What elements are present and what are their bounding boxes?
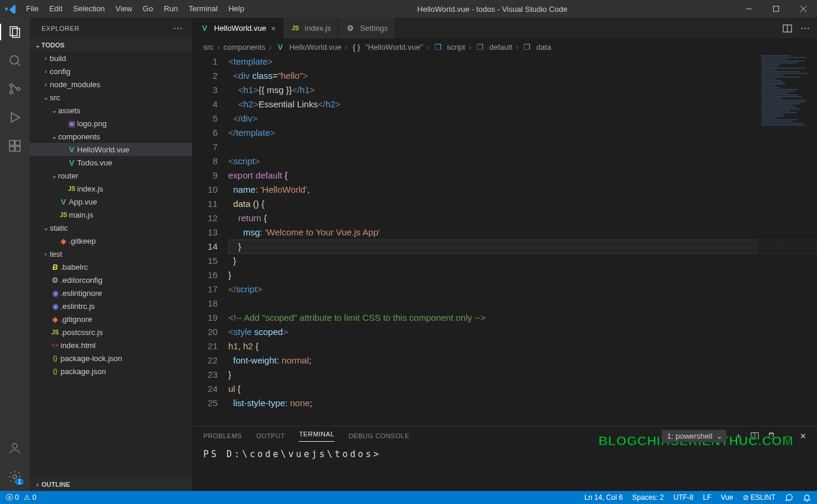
chevron-down-icon[interactable]: ⌄ <box>50 172 58 180</box>
chevron-down-icon[interactable]: ⌄ <box>42 224 50 232</box>
file--eslintignore[interactable]: ◉.eslintignore <box>30 286 192 299</box>
menu-go[interactable]: Go <box>138 0 158 18</box>
code-line[interactable] <box>228 296 817 311</box>
code-line[interactable]: } <box>228 368 817 382</box>
breadcrumb-item[interactable]: HelloWorld.vue <box>289 43 342 52</box>
code-editor[interactable]: 1234567891011121314151617181920212223242… <box>193 55 817 426</box>
code-line[interactable] <box>228 140 817 154</box>
chevron-right-icon[interactable]: › <box>42 81 50 88</box>
file-main-js[interactable]: JSmain.js <box>30 208 192 221</box>
search-icon[interactable] <box>7 52 23 69</box>
outline-section[interactable]: ›OUTLINE <box>30 478 192 491</box>
breadcrumb-item[interactable]: default <box>489 43 512 52</box>
menu-selection[interactable]: Selection <box>68 0 110 18</box>
code-line[interactable]: font-weight: normal; <box>228 353 817 368</box>
code-line[interactable]: <h1>{{ msg }}</h1> <box>228 83 817 97</box>
file--babelrc[interactable]: B.babelrc <box>30 260 192 273</box>
maximize-panel-icon[interactable]: ︿ <box>784 430 792 441</box>
file-package-json[interactable]: {}package.json <box>30 365 192 378</box>
code-line[interactable]: </div> <box>228 111 817 126</box>
code-line[interactable]: <script> <box>228 154 817 168</box>
code-line[interactable]: } <box>228 240 817 254</box>
menu-terminal[interactable]: Terminal <box>183 0 223 18</box>
code-line[interactable]: <template> <box>228 55 817 69</box>
status-indentation[interactable]: Spaces: 2 <box>632 493 663 502</box>
menu-edit[interactable]: Edit <box>44 0 68 18</box>
window-close-button[interactable] <box>790 0 817 18</box>
panel-tab-debug-console[interactable]: DEBUG CONSOLE <box>349 432 409 439</box>
code-line[interactable]: data () { <box>228 197 817 211</box>
accounts-icon[interactable] <box>7 440 23 457</box>
code-line[interactable]: msg: 'Welcome to Your Vue.js App' <box>228 225 817 240</box>
tab-index-js[interactable]: JSindex.js <box>283 18 339 39</box>
code-line[interactable]: h1, h2 { <box>228 339 817 353</box>
code-line[interactable]: <!-- Add "scoped" attribute to limit CSS… <box>228 311 817 325</box>
code-line[interactable]: list-style-type: none; <box>228 396 817 410</box>
new-terminal-icon[interactable]: ＋ <box>735 430 742 441</box>
tab-settings[interactable]: ⚙Settings <box>339 18 395 39</box>
code-line[interactable]: <div class="hello"> <box>228 69 817 83</box>
folder-router[interactable]: ⌄router <box>30 169 192 182</box>
file--eslintrc-js[interactable]: ◉.eslintrc.js <box>30 299 192 312</box>
file-todos-vue[interactable]: VTodos.vue <box>30 156 192 169</box>
code-line[interactable]: <style scoped> <box>228 325 817 339</box>
menu-view[interactable]: View <box>110 0 138 18</box>
chevron-right-icon[interactable]: › <box>42 68 50 75</box>
extensions-icon[interactable] <box>7 138 23 154</box>
chevron-right-icon[interactable]: › <box>42 250 50 257</box>
split-editor-icon[interactable] <box>783 24 792 33</box>
status-eol[interactable]: LF <box>703 493 711 502</box>
folder-components[interactable]: ⌄components <box>30 130 192 143</box>
file--gitkeep[interactable]: ◆.gitkeep <box>30 234 192 247</box>
code-line[interactable]: } <box>228 254 817 268</box>
file-tree[interactable]: ›build›config›node_modules⌄src⌄assets▣lo… <box>30 52 192 478</box>
code-line[interactable]: ul { <box>228 382 817 396</box>
file--postcssrc-js[interactable]: JS.postcssrc.js <box>30 326 192 339</box>
source-control-icon[interactable] <box>7 81 23 97</box>
breadcrumb-item[interactable]: data <box>536 43 551 52</box>
terminal-selector[interactable]: 1: powershell <box>662 430 726 442</box>
breadcrumb-item[interactable]: script <box>447 43 465 52</box>
file-helloworld-vue[interactable]: VHelloWorld.vue <box>30 143 192 156</box>
code-content[interactable]: <template> <div class="hello"> <h1>{{ ms… <box>228 55 817 426</box>
code-line[interactable]: </script> <box>228 282 817 296</box>
file-package-lock-json[interactable]: {}package-lock.json <box>30 352 192 365</box>
window-minimize-button[interactable] <box>735 0 762 18</box>
split-terminal-icon[interactable] <box>751 432 759 440</box>
minimap[interactable] <box>758 55 817 426</box>
folder-static[interactable]: ⌄static <box>30 221 192 234</box>
file--gitignore[interactable]: ◆.gitignore <box>30 312 192 326</box>
breadcrumb-item[interactable]: components <box>224 43 266 52</box>
menu-run[interactable]: Run <box>158 0 183 18</box>
breadcrumbs[interactable]: src›components›VHelloWorld.vue›{ }"Hello… <box>193 39 817 55</box>
folder-config[interactable]: ›config <box>30 65 192 78</box>
breadcrumb-item[interactable]: src <box>203 43 213 52</box>
code-line[interactable]: <h2>Essential Links</h2> <box>228 97 817 111</box>
status-feedback-icon[interactable] <box>785 493 793 502</box>
file-logo-png[interactable]: ▣logo.png <box>30 117 192 130</box>
folder-build[interactable]: ›build <box>30 52 192 65</box>
folder-node-modules[interactable]: ›node_modules <box>30 78 192 91</box>
chevron-down-icon[interactable]: ⌄ <box>50 107 58 114</box>
tab-helloworld-vue[interactable]: VHelloWorld.vue× <box>193 18 283 39</box>
code-line[interactable]: return { <box>228 211 817 225</box>
status-language[interactable]: Vue <box>721 493 733 502</box>
status-errors[interactable]: ⓧ 0 <box>6 493 19 503</box>
folder-test[interactable]: ›test <box>30 247 192 260</box>
folder-assets[interactable]: ⌄assets <box>30 104 192 117</box>
code-line[interactable]: } <box>228 268 817 282</box>
folder-src[interactable]: ⌄src <box>30 91 192 104</box>
terminal-select[interactable]: 1: powershell <box>662 430 726 442</box>
chevron-down-icon[interactable]: ⌄ <box>42 94 50 101</box>
close-panel-icon[interactable]: ✕ <box>800 432 806 441</box>
menu-help[interactable]: Help <box>223 0 250 18</box>
panel-tab-output[interactable]: OUTPUT <box>256 432 285 439</box>
status-cursor-position[interactable]: Ln 14, Col 6 <box>585 493 623 502</box>
window-maximize-button[interactable] <box>762 0 790 18</box>
file-app-vue[interactable]: VApp.vue <box>30 195 192 208</box>
file--editorconfig[interactable]: ⚙.editorconfig <box>30 273 192 286</box>
run-debug-icon[interactable] <box>7 109 23 126</box>
close-tab-icon[interactable]: × <box>271 24 276 33</box>
file-index-js[interactable]: JSindex.js <box>30 182 192 195</box>
explorer-icon[interactable] <box>7 24 23 40</box>
